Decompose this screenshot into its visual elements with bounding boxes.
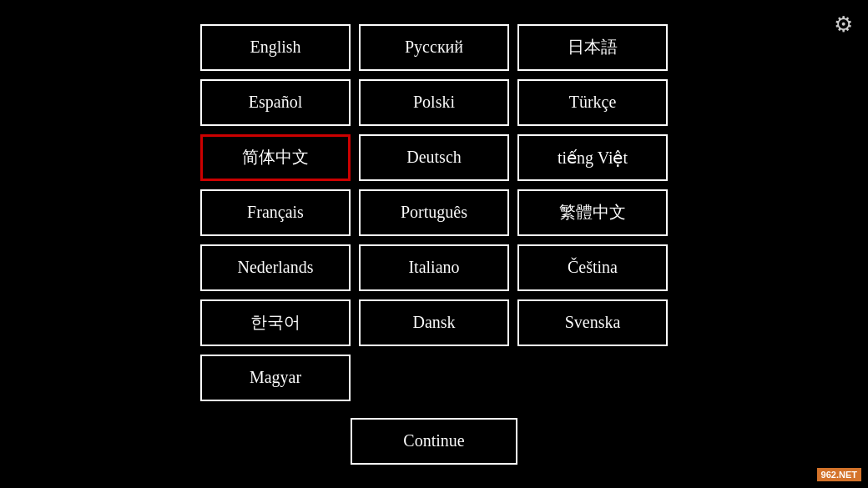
language-button-italiano[interactable]: Italiano bbox=[359, 244, 509, 291]
language-button-turkish[interactable]: Türkçe bbox=[517, 79, 668, 126]
language-button-czech[interactable]: Čeština bbox=[517, 244, 668, 291]
language-button-espanol[interactable]: Español bbox=[200, 79, 351, 126]
language-button-swedish[interactable]: Svenska bbox=[517, 299, 668, 346]
language-button-traditional-chinese[interactable]: 繁體中文 bbox=[517, 189, 668, 236]
language-button-japanese[interactable]: 日本語 bbox=[517, 24, 668, 71]
language-button-nederlands[interactable]: Nederlands bbox=[200, 244, 351, 291]
language-button-russian[interactable]: Русский bbox=[359, 24, 509, 71]
language-button-vietnamese[interactable]: tiếng Việt bbox=[517, 134, 668, 181]
language-column-1: EnglishEspañol简体中文FrançaisNederlands한국어M… bbox=[200, 24, 351, 401]
language-column-2: РусскийPolskiDeutschPortuguêsItalianoDan… bbox=[359, 24, 509, 401]
language-button-magyar[interactable]: Magyar bbox=[200, 355, 351, 401]
language-button-portugues[interactable]: Português bbox=[359, 189, 509, 236]
language-column-3: 日本語Türkçetiếng Việt繁體中文ČeštinaSvenska bbox=[517, 24, 668, 401]
language-button-francais[interactable]: Français bbox=[200, 189, 351, 236]
language-grid: EnglishEspañol简体中文FrançaisNederlands한국어M… bbox=[200, 24, 668, 401]
language-button-korean[interactable]: 한국어 bbox=[200, 299, 351, 346]
language-selection-container: EnglishEspañol简体中文FrançaisNederlands한국어M… bbox=[200, 24, 668, 465]
settings-icon[interactable]: ⚙ bbox=[834, 12, 853, 38]
continue-button[interactable]: Continue bbox=[351, 418, 517, 465]
language-button-polski[interactable]: Polski bbox=[359, 79, 509, 126]
language-button-deutsch[interactable]: Deutsch bbox=[359, 134, 509, 181]
language-button-simplified-chinese[interactable]: 简体中文 bbox=[200, 134, 351, 181]
language-button-dansk[interactable]: Dansk bbox=[359, 299, 509, 346]
watermark: 962.NET bbox=[817, 468, 861, 481]
language-button-english[interactable]: English bbox=[200, 24, 351, 71]
